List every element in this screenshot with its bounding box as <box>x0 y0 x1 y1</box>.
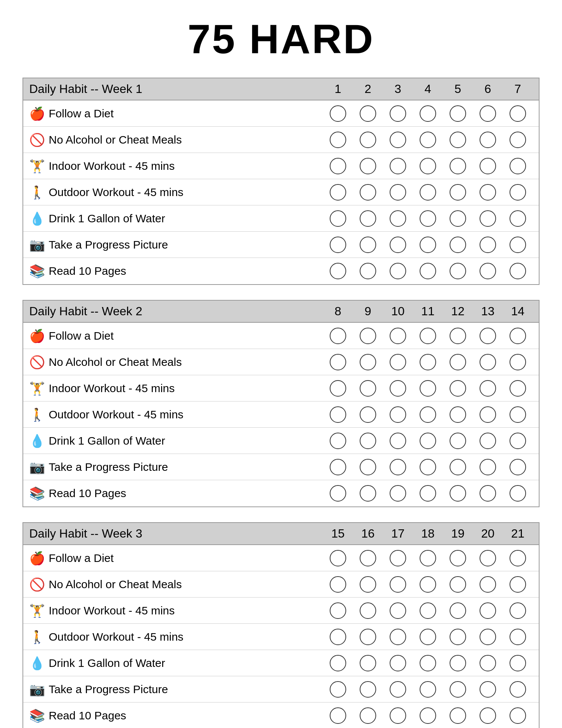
checkbox-w3-h2-d16[interactable] <box>360 576 376 593</box>
checkbox-w3-h3-d17[interactable] <box>390 602 406 619</box>
checkbox-w1-h6-d3[interactable] <box>390 237 406 253</box>
checkbox-w1-h5-d1[interactable] <box>330 210 346 227</box>
checkbox-w2-h3-d12[interactable] <box>450 380 466 397</box>
checkbox-w2-h3-d8[interactable] <box>330 380 346 397</box>
checkbox-w2-h5-d8[interactable] <box>330 433 346 449</box>
checkbox-w3-h3-d19[interactable] <box>450 602 466 619</box>
checkbox-w1-h2-d5[interactable] <box>450 132 466 148</box>
checkbox-w2-h2-d8[interactable] <box>330 354 346 370</box>
checkbox-w3-h5-d21[interactable] <box>510 655 526 671</box>
checkbox-w2-h6-d13[interactable] <box>480 459 496 475</box>
checkbox-w3-h5-d15[interactable] <box>330 655 346 671</box>
checkbox-w1-h2-d7[interactable] <box>510 132 526 148</box>
checkbox-w3-h7-d15[interactable] <box>330 707 346 724</box>
checkbox-w1-h1-d3[interactable] <box>390 105 406 122</box>
checkbox-w3-h2-d18[interactable] <box>420 576 436 593</box>
checkbox-w3-h6-d17[interactable] <box>390 681 406 698</box>
checkbox-w3-h7-d16[interactable] <box>360 707 376 724</box>
checkbox-w3-h3-d18[interactable] <box>420 602 436 619</box>
checkbox-w2-h2-d13[interactable] <box>480 354 496 370</box>
checkbox-w1-h3-d3[interactable] <box>390 158 406 174</box>
checkbox-w1-h5-d2[interactable] <box>360 210 376 227</box>
checkbox-w2-h4-d12[interactable] <box>450 406 466 423</box>
checkbox-w1-h1-d1[interactable] <box>330 105 346 122</box>
checkbox-w2-h6-d8[interactable] <box>330 459 346 475</box>
checkbox-w1-h7-d3[interactable] <box>390 263 406 279</box>
checkbox-w2-h2-d10[interactable] <box>390 354 406 370</box>
checkbox-w1-h1-d2[interactable] <box>360 105 376 122</box>
checkbox-w2-h3-d14[interactable] <box>510 380 526 397</box>
checkbox-w2-h3-d11[interactable] <box>420 380 436 397</box>
checkbox-w3-h6-d21[interactable] <box>510 681 526 698</box>
checkbox-w3-h6-d19[interactable] <box>450 681 466 698</box>
checkbox-w3-h4-d17[interactable] <box>390 629 406 645</box>
checkbox-w2-h7-d8[interactable] <box>330 485 346 502</box>
checkbox-w3-h2-d19[interactable] <box>450 576 466 593</box>
checkbox-w1-h2-d4[interactable] <box>420 132 436 148</box>
checkbox-w2-h5-d13[interactable] <box>480 433 496 449</box>
checkbox-w1-h6-d5[interactable] <box>450 237 466 253</box>
checkbox-w1-h1-d4[interactable] <box>420 105 436 122</box>
checkbox-w3-h1-d17[interactable] <box>390 550 406 566</box>
checkbox-w1-h6-d7[interactable] <box>510 237 526 253</box>
checkbox-w1-h7-d6[interactable] <box>480 263 496 279</box>
checkbox-w2-h2-d11[interactable] <box>420 354 436 370</box>
checkbox-w1-h2-d1[interactable] <box>330 132 346 148</box>
checkbox-w3-h1-d18[interactable] <box>420 550 436 566</box>
checkbox-w2-h6-d9[interactable] <box>360 459 376 475</box>
checkbox-w2-h5-d9[interactable] <box>360 433 376 449</box>
checkbox-w1-h5-d3[interactable] <box>390 210 406 227</box>
checkbox-w3-h3-d20[interactable] <box>480 602 496 619</box>
checkbox-w3-h4-d18[interactable] <box>420 629 436 645</box>
checkbox-w2-h7-d14[interactable] <box>510 485 526 502</box>
checkbox-w1-h5-d6[interactable] <box>480 210 496 227</box>
checkbox-w3-h3-d15[interactable] <box>330 602 346 619</box>
checkbox-w2-h4-d11[interactable] <box>420 406 436 423</box>
checkbox-w1-h3-d1[interactable] <box>330 158 346 174</box>
checkbox-w1-h5-d4[interactable] <box>420 210 436 227</box>
checkbox-w1-h2-d3[interactable] <box>390 132 406 148</box>
checkbox-w1-h7-d2[interactable] <box>360 263 376 279</box>
checkbox-w3-h1-d15[interactable] <box>330 550 346 566</box>
checkbox-w3-h7-d21[interactable] <box>510 707 526 724</box>
checkbox-w3-h6-d20[interactable] <box>480 681 496 698</box>
checkbox-w1-h4-d3[interactable] <box>390 184 406 201</box>
checkbox-w2-h4-d9[interactable] <box>360 406 376 423</box>
checkbox-w2-h4-d10[interactable] <box>390 406 406 423</box>
checkbox-w3-h5-d18[interactable] <box>420 655 436 671</box>
checkbox-w2-h3-d13[interactable] <box>480 380 496 397</box>
checkbox-w2-h5-d14[interactable] <box>510 433 526 449</box>
checkbox-w3-h6-d15[interactable] <box>330 681 346 698</box>
checkbox-w1-h4-d7[interactable] <box>510 184 526 201</box>
checkbox-w2-h1-d13[interactable] <box>480 328 496 344</box>
checkbox-w1-h4-d2[interactable] <box>360 184 376 201</box>
checkbox-w2-h5-d12[interactable] <box>450 433 466 449</box>
checkbox-w3-h2-d20[interactable] <box>480 576 496 593</box>
checkbox-w1-h5-d5[interactable] <box>450 210 466 227</box>
checkbox-w3-h7-d19[interactable] <box>450 707 466 724</box>
checkbox-w2-h7-d9[interactable] <box>360 485 376 502</box>
checkbox-w2-h6-d12[interactable] <box>450 459 466 475</box>
checkbox-w3-h7-d18[interactable] <box>420 707 436 724</box>
checkbox-w2-h7-d13[interactable] <box>480 485 496 502</box>
checkbox-w2-h6-d10[interactable] <box>390 459 406 475</box>
checkbox-w3-h4-d19[interactable] <box>450 629 466 645</box>
checkbox-w2-h2-d9[interactable] <box>360 354 376 370</box>
checkbox-w3-h7-d17[interactable] <box>390 707 406 724</box>
checkbox-w1-h4-d5[interactable] <box>450 184 466 201</box>
checkbox-w1-h4-d1[interactable] <box>330 184 346 201</box>
checkbox-w1-h7-d5[interactable] <box>450 263 466 279</box>
checkbox-w2-h3-d9[interactable] <box>360 380 376 397</box>
checkbox-w3-h7-d20[interactable] <box>480 707 496 724</box>
checkbox-w2-h5-d11[interactable] <box>420 433 436 449</box>
checkbox-w1-h3-d4[interactable] <box>420 158 436 174</box>
checkbox-w2-h1-d9[interactable] <box>360 328 376 344</box>
checkbox-w3-h2-d17[interactable] <box>390 576 406 593</box>
checkbox-w1-h6-d4[interactable] <box>420 237 436 253</box>
checkbox-w1-h3-d2[interactable] <box>360 158 376 174</box>
checkbox-w2-h7-d10[interactable] <box>390 485 406 502</box>
checkbox-w2-h5-d10[interactable] <box>390 433 406 449</box>
checkbox-w1-h7-d1[interactable] <box>330 263 346 279</box>
checkbox-w2-h2-d14[interactable] <box>510 354 526 370</box>
checkbox-w1-h3-d5[interactable] <box>450 158 466 174</box>
